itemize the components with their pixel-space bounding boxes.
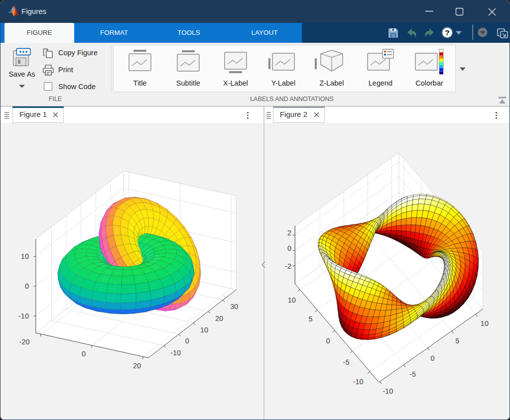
svg-text:5: 5 bbox=[309, 315, 313, 323]
svg-text:0: 0 bbox=[25, 282, 29, 290]
svg-text:0: 0 bbox=[287, 244, 291, 252]
svg-text:10: 10 bbox=[200, 326, 208, 334]
svg-text:0: 0 bbox=[430, 354, 434, 362]
svg-text:20: 20 bbox=[133, 362, 141, 370]
svg-text:10: 10 bbox=[288, 296, 296, 304]
svg-text:2: 2 bbox=[287, 229, 291, 237]
svg-text:-10: -10 bbox=[382, 387, 393, 395]
svg-text:-10: -10 bbox=[18, 312, 29, 320]
svg-text:-5: -5 bbox=[409, 370, 416, 378]
svg-text:0: 0 bbox=[82, 350, 86, 358]
svg-text:-10: -10 bbox=[170, 349, 181, 357]
svg-text:10: 10 bbox=[21, 252, 29, 260]
svg-text:-10: -10 bbox=[353, 378, 364, 386]
svg-text:?: ? bbox=[445, 28, 449, 37]
svg-text:0: 0 bbox=[326, 337, 330, 345]
svg-text:30: 30 bbox=[230, 303, 238, 311]
svg-text:5: 5 bbox=[455, 337, 459, 345]
svg-text:-2: -2 bbox=[285, 262, 291, 270]
svg-text:0: 0 bbox=[185, 337, 189, 345]
svg-text:-5: -5 bbox=[343, 358, 350, 366]
svg-text:10: 10 bbox=[481, 319, 489, 327]
svg-text:20: 20 bbox=[215, 315, 223, 322]
svg-text:-20: -20 bbox=[19, 338, 30, 346]
